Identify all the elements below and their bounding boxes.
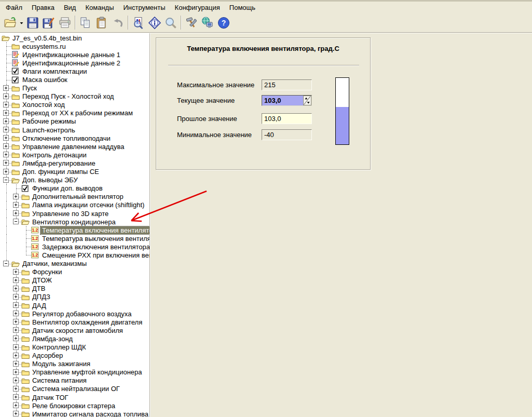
tree-item[interactable]: Иммитатор сигнала расхода топлива (2, 410, 149, 417)
tree-item-label[interactable]: Вентилятор кондиционера (31, 218, 117, 226)
expand-button[interactable] (3, 127, 9, 132)
expand-button[interactable] (3, 85, 9, 91)
expand-button[interactable] (13, 311, 19, 316)
expand-button[interactable] (13, 327, 19, 333)
tree-item-label[interactable]: Датчики, механизмы (21, 260, 88, 267)
tree-item[interactable]: ДАД (2, 301, 149, 310)
tree-item[interactable]: Система нейтрализации ОГ (2, 385, 149, 393)
search-button[interactable] (162, 15, 179, 31)
tree-item-label[interactable]: Холостой ход (21, 101, 66, 109)
tree-item[interactable]: Переход Пуск - Холостой ход (2, 92, 149, 101)
tree-item-label[interactable]: Лампа индикации отсечки (shiftlight) (31, 201, 146, 209)
tree-item-label[interactable]: Система нейтрализации ОГ (31, 385, 121, 393)
expand-button[interactable] (3, 135, 9, 141)
expand-button[interactable] (13, 210, 19, 216)
tree-item-label[interactable]: Доп. функции лампы СЕ (21, 168, 101, 176)
tree-item[interactable]: Контроллер ШДК (2, 343, 149, 351)
tree-item-label[interactable]: Лямбда-зонд (31, 335, 74, 343)
tools-button[interactable] (183, 15, 199, 31)
tree-item-label[interactable]: ДАД (31, 302, 48, 310)
tree-item[interactable]: Идентификационные данные 1 (2, 50, 149, 59)
tree-item[interactable]: Реле блокировки стартера (2, 401, 149, 410)
collapse-button[interactable] (3, 261, 9, 266)
menu-item[interactable]: Правка (27, 3, 59, 12)
tree-item-label[interactable]: Адсорбер (31, 352, 64, 359)
preview-button[interactable] (130, 15, 146, 31)
tree-item-label[interactable]: Датчик скорости автомобиля (31, 327, 125, 334)
tree-item[interactable]: Функции доп. выводов (2, 184, 149, 193)
tree-item-label[interactable]: Система питания (31, 376, 88, 384)
tree-item-label[interactable]: Температура выключения вентилятора (40, 235, 150, 243)
open-dropdown-button[interactable] (18, 15, 24, 31)
tree-item[interactable]: Переход от ХХ к рабочим режимам (2, 109, 149, 117)
save-button[interactable] (24, 15, 40, 31)
expand-button[interactable] (3, 118, 9, 124)
tree-item[interactable]: Управление давлением наддува (2, 142, 149, 151)
expand-button[interactable] (3, 93, 9, 99)
tree-item-label[interactable]: ДТОЖ (31, 276, 53, 284)
open-button[interactable] (2, 15, 18, 31)
tree-item[interactable]: Форсунки (2, 268, 149, 276)
tree-item-label[interactable]: Идентификационные данные 2 (21, 59, 122, 67)
tree-item[interactable]: Вентилятор кондиционера (2, 218, 149, 226)
help-button[interactable]: ? (215, 15, 231, 31)
expand-button[interactable] (3, 152, 9, 157)
tree-item-label[interactable]: Смещение РХХ при включения вентилятора (40, 251, 150, 259)
tree-item[interactable]: Отключение топливоподачи (2, 134, 149, 142)
tree-item[interactable]: Система питания (2, 376, 149, 385)
tree-item[interactable]: Рабочие режимы (2, 117, 149, 126)
tree-item-label[interactable]: Функции доп. выводов (31, 184, 104, 192)
expand-button[interactable] (13, 202, 19, 208)
menu-item[interactable]: Файл (1, 3, 27, 12)
tree-item[interactable]: Доп. функции лампы СЕ (2, 168, 149, 176)
tree-item-label[interactable]: Управление муфтой кондиционера (31, 368, 144, 376)
expand-button[interactable] (13, 344, 19, 350)
tree-item[interactable]: 1.2 Задержка включения вентилятора (2, 243, 149, 251)
tree-item[interactable]: ecusystems.ru (2, 42, 149, 50)
tree-item-label[interactable]: Модуль зажигания (31, 360, 92, 368)
tree-item-label[interactable]: Переход от ХХ к рабочим режимам (21, 109, 134, 117)
tree-item-label[interactable]: Launch-контроль (21, 126, 77, 134)
tree-item[interactable]: Датчики, механизмы (2, 260, 149, 268)
expand-button[interactable] (13, 194, 19, 199)
tree-item-label[interactable]: Температура включения вентилятора (40, 226, 150, 234)
tree-item-label[interactable]: Доп. выводы ЭБУ (21, 176, 79, 184)
expand-button[interactable] (13, 411, 19, 416)
expand-button[interactable] (13, 269, 19, 275)
tree-item-label[interactable]: Датчик ТОГ (31, 394, 70, 401)
tree-item[interactable]: Холостой ход (2, 101, 149, 109)
tree-item-label[interactable]: Флаги комплектации (21, 68, 89, 75)
tree-item-label[interactable]: Дополнительный вентилятор (31, 193, 125, 200)
tree-item-label[interactable]: ДПДЗ (31, 293, 52, 301)
tree-item-label[interactable]: Рабочие режимы (21, 117, 77, 125)
tree-item[interactable]: Идентификационные данные 2 (2, 59, 149, 67)
tree-item-label[interactable]: Контроль детонации (21, 151, 88, 159)
tree-item-label[interactable]: ecusystems.ru (21, 43, 67, 50)
tree-item-label[interactable]: ДТВ (31, 285, 47, 292)
save-as-button[interactable] (40, 15, 57, 31)
tree-item[interactable]: Модуль зажигания (2, 360, 149, 368)
spinner-control[interactable] (303, 96, 311, 105)
tree-item[interactable]: Датчик ТОГ (2, 393, 149, 401)
tree-item-label[interactable]: Задержка включения вентилятора (40, 243, 150, 251)
tree-item-label[interactable]: Маска ошибок (21, 76, 69, 84)
expand-button[interactable] (13, 335, 19, 341)
tree-item-label[interactable]: Контроллер ШДК (31, 343, 88, 351)
menu-item[interactable]: Помощь (225, 3, 260, 12)
tree-item[interactable]: Управление муфтой кондиционера (2, 368, 149, 376)
tree-item[interactable]: ДТОЖ (2, 276, 149, 285)
expand-button[interactable] (13, 361, 19, 367)
tree-item-label[interactable]: Иммитатор сигнала расхода топлива (31, 410, 150, 417)
tree-item-label[interactable]: Отключение топливоподачи (21, 134, 112, 142)
tree-item[interactable]: Управление по 3D карте (2, 209, 149, 218)
tree-item-label[interactable]: Идентификационные данные 1 (21, 51, 122, 59)
tree-item[interactable]: 1.2 Температура включения вентилятора (2, 226, 149, 234)
info-button[interactable] (146, 15, 162, 31)
expand-button[interactable] (13, 319, 19, 325)
tree-item-label[interactable]: Форсунки (31, 268, 63, 276)
menu-item[interactable]: Конфигурация (170, 3, 225, 12)
tree-item[interactable]: Адсорбер (2, 352, 149, 360)
copy-button[interactable] (77, 15, 93, 31)
tree-item-label[interactable]: Управление по 3D карте (31, 210, 110, 218)
tree-item[interactable]: ДТВ (2, 285, 149, 293)
